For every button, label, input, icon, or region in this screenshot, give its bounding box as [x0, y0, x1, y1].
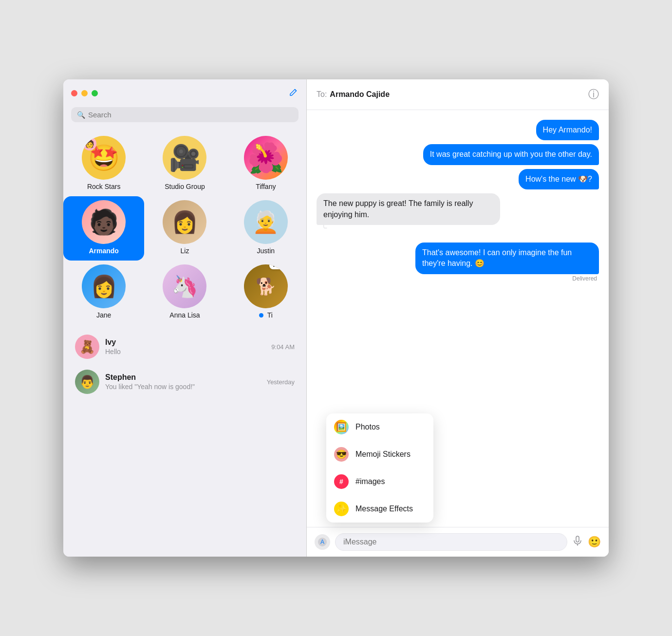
tiffany-avatar: 🌺 [244, 136, 288, 180]
photos-label: Photos [355, 423, 380, 431]
stephen-time: Yesterday [267, 378, 295, 386]
main-chat: To: Armando Cajide ⓘ Hey Armando! It was… [307, 79, 609, 557]
search-bar[interactable]: 🔍 [71, 107, 299, 122]
contact-name: Armando Cajide [330, 90, 390, 99]
ivy-name: Ivy [105, 338, 271, 347]
search-input[interactable] [88, 111, 293, 119]
justin-avatar: 🧑‍🦳 [244, 200, 288, 244]
hey-badge: Hey! [269, 264, 288, 269]
bubble-4: The new puppy is great! The family is re… [317, 193, 500, 225]
pin-anna-lisa[interactable]: 🦄 Anna Lisa [144, 261, 225, 325]
info-button[interactable]: ⓘ [588, 87, 599, 102]
anna-lisa-avatar: 🦄 [163, 264, 206, 308]
chat-list: 🧸 Ivy Hello 9:04 AM 👨 Stephen You liked … [63, 329, 306, 557]
armando-avatar: 🧑🏿 [82, 200, 126, 244]
pin-liz[interactable]: 👩 Liz [144, 196, 225, 261]
pin-armando[interactable]: 🧑🏿 Armando [63, 196, 144, 261]
popup-images[interactable]: # #images [326, 468, 433, 495]
stephen-name: Stephen [105, 373, 267, 382]
audio-button[interactable] [572, 535, 583, 549]
anna-lisa-label: Anna Lisa [169, 311, 200, 319]
tiffany-label: Tiffany [256, 183, 276, 190]
pin-justin[interactable]: 🧑‍🦳 Justin [225, 196, 306, 261]
close-button[interactable] [71, 90, 77, 96]
message-row-2: It was great catching up with you the ot… [317, 144, 599, 165]
to-label: To: [317, 90, 327, 99]
app-window: 🔍 🤩 🧑 Rock Stars 🎥 Studio Group [63, 79, 609, 557]
message-row-1: Hey Armando! [317, 120, 599, 140]
bubble-1: Hey Armando! [536, 120, 599, 140]
studio-group-avatar: 🎥 [163, 136, 206, 180]
chat-header: To: Armando Cajide ⓘ [307, 79, 609, 110]
pinned-grid: 🤩 🧑 Rock Stars 🎥 Studio Group 🌺 Tiffany [63, 128, 306, 329]
images-icon: # [334, 474, 349, 489]
pin-studio-group[interactable]: 🎥 Studio Group [144, 132, 225, 196]
popup-photos[interactable]: 🖼️ Photos [326, 413, 433, 441]
bubble-2: It was great catching up with you the ot… [423, 144, 599, 165]
pin-rock-stars[interactable]: 🤩 🧑 Rock Stars [63, 132, 144, 196]
delivered-label: Delivered [572, 275, 597, 282]
images-label: #images [355, 477, 385, 486]
message-input[interactable] [335, 533, 567, 551]
ivy-avatar: 🧸 [75, 335, 99, 359]
input-area: A 🙂 🖼️ Photos 😎 Memoj [307, 527, 609, 557]
traffic-lights [71, 90, 98, 96]
chat-item-stephen[interactable]: 👨 Stephen You liked "Yeah now is good!" … [67, 365, 302, 399]
bubble-3: How's the new 🐶? [519, 169, 599, 189]
popup-effects[interactable]: ✨ Message Effects [326, 495, 433, 523]
stephen-preview: You liked "Yeah now is good!" [105, 383, 267, 391]
minimize-button[interactable] [81, 90, 88, 96]
emoji-button[interactable]: 🙂 [588, 536, 601, 548]
ti-label: Ti [267, 311, 273, 319]
stephen-chat-info: Stephen You liked "Yeah now is good!" [105, 373, 267, 391]
stephen-avatar: 👨 [75, 370, 99, 394]
memoji-label: Memoji Stickers [355, 450, 411, 459]
svg-rect-2 [576, 536, 579, 542]
ivy-time: 9:04 AM [271, 343, 295, 351]
liz-label: Liz [181, 247, 189, 255]
chat-item-ivy[interactable]: 🧸 Ivy Hello 9:04 AM [67, 330, 302, 364]
jane-avatar: 👩 [82, 264, 126, 308]
ivy-chat-info: Ivy Hello [105, 338, 271, 355]
studio-group-label: Studio Group [165, 183, 205, 190]
rock-stars-avatar: 🤩 🧑 [82, 136, 126, 180]
fullscreen-button[interactable] [92, 90, 98, 96]
pin-jane[interactable]: 👩 Jane [63, 261, 144, 325]
popup-menu: 🖼️ Photos 😎 Memoji Stickers # #images ✨ … [326, 413, 433, 523]
ti-avatar: 🐕 Hey! [244, 264, 288, 308]
effects-icon: ✨ [334, 502, 349, 516]
titlebar [63, 79, 306, 103]
compose-button[interactable] [289, 87, 299, 99]
justin-label: Justin [257, 247, 275, 255]
photos-icon: 🖼️ [334, 420, 349, 434]
effects-label: Message Effects [355, 505, 413, 513]
jane-label: Jane [96, 311, 111, 319]
svg-text:A: A [320, 539, 324, 545]
rock-stars-label: Rock Stars [87, 183, 120, 190]
armando-label: Armando [89, 247, 118, 255]
sidebar: 🔍 🤩 🧑 Rock Stars 🎥 Studio Group [63, 79, 307, 557]
message-row-5: That's awesome! I can only imagine the f… [317, 243, 599, 282]
liz-avatar: 👩 [163, 200, 206, 244]
message-row-3: How's the new 🐶? [317, 169, 599, 189]
message-row-4: The new puppy is great! The family is re… [317, 193, 599, 225]
unread-dot-rock-stars [83, 174, 88, 179]
mini-avatar: 🧑 [83, 137, 96, 150]
ivy-preview: Hello [105, 348, 271, 355]
pin-ti[interactable]: 🐕 Hey! Ti [225, 261, 306, 325]
pin-tiffany[interactable]: 🌺 Tiffany [225, 132, 306, 196]
bubble-5: That's awesome! I can only imagine the f… [415, 243, 599, 274]
app-store-button[interactable]: A [315, 534, 330, 550]
popup-memoji[interactable]: 😎 Memoji Stickers [326, 441, 433, 468]
unread-dot-ti [259, 313, 263, 318]
search-icon: 🔍 [77, 111, 85, 119]
memoji-icon: 😎 [334, 447, 349, 462]
